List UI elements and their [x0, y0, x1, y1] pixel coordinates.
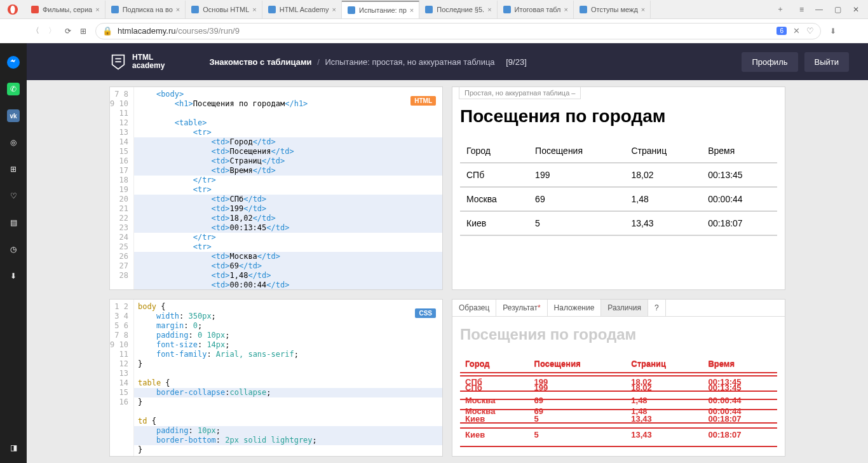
- profile-button[interactable]: Профиль: [742, 52, 797, 72]
- tab-close-icon[interactable]: ×: [564, 6, 568, 13]
- tab-favicon: [503, 5, 512, 14]
- svg-rect-8: [503, 6, 511, 13]
- table-row: Москва691,4800:00:44: [460, 187, 777, 211]
- speed-dial-icon[interactable]: ⊞: [80, 27, 86, 36]
- tab-menu-icon[interactable]: ≡: [799, 5, 804, 14]
- vk-icon[interactable]: vk: [7, 109, 20, 122]
- svg-rect-6: [348, 6, 355, 14]
- html-badge: HTML: [410, 96, 436, 106]
- tab-close-icon[interactable]: ×: [410, 6, 414, 14]
- preview-panel: Простая, но аккуратная таблица – Посещен…: [452, 86, 785, 290]
- compare-tab[interactable]: Результат*: [496, 300, 547, 316]
- table-row: Москва691,4800:00:44: [460, 399, 777, 423]
- compare-tab[interactable]: Образец: [452, 300, 496, 316]
- breadcrumb: Знакомство с таблицами / Испытание: прос…: [209, 57, 526, 67]
- tab-close-icon[interactable]: ×: [252, 6, 256, 13]
- tab-close-icon[interactable]: ×: [176, 6, 180, 13]
- html-code[interactable]: <body> <h1>Посещения по городам</h1> <ta…: [134, 87, 442, 289]
- tab-favicon: [579, 5, 588, 14]
- table-row: СПб19918,0200:13:45: [460, 163, 777, 187]
- workspace: 7 8 9 10 11 12 13 14 15 16 17 18 19 20 2…: [27, 80, 868, 463]
- tab-label: Фильмы, сериа: [43, 6, 92, 13]
- minimize-icon[interactable]: ―: [815, 5, 823, 14]
- new-tab-button[interactable]: ＋: [770, 4, 790, 15]
- tab-label: Итоговая табл: [515, 6, 561, 13]
- browser-tab[interactable]: Итоговая табл×: [498, 1, 574, 18]
- compare-tab[interactable]: Наложение: [548, 300, 602, 316]
- news-sidebar-icon[interactable]: ▤: [7, 216, 20, 229]
- browser-tab[interactable]: Основы HTML×: [186, 1, 262, 18]
- speed-dial-sidebar-icon[interactable]: ⊞: [7, 163, 20, 176]
- opera-sidebar: ✆ vk ◎ ⊞ ♡ ▤ ◷ ⬇ ◨: [0, 43, 27, 463]
- blocked-count-badge[interactable]: 6: [776, 27, 787, 35]
- close-window-icon[interactable]: ✕: [853, 5, 859, 14]
- logout-button[interactable]: Выйти: [804, 52, 850, 72]
- svg-rect-4: [191, 6, 199, 13]
- tab-favicon: [111, 5, 119, 14]
- comparison-panel: ОбразецРезультат*НаложениеРазличия? Посе…: [452, 299, 785, 457]
- html-editor[interactable]: 7 8 9 10 11 12 13 14 15 16 17 18 19 20 2…: [109, 86, 443, 290]
- compare-help[interactable]: ?: [648, 300, 666, 316]
- preview-table: ГородПосещенияСтраницВремя СПб19918,0200…: [460, 139, 777, 236]
- tab-label: Отступы межд: [591, 6, 638, 13]
- html-gutter: 7 8 9 10 11 12 13 14 15 16 17 18 19 20 2…: [110, 87, 134, 289]
- browser-tab[interactable]: Фильмы, сериа×: [25, 1, 105, 18]
- downloads-sidebar-icon[interactable]: ⬇: [7, 270, 20, 282]
- address-bar: 〈 〉 ⟳ ⊞ 🔒 htmlacademy.ru/courses/39/run/…: [0, 19, 868, 43]
- whatsapp-icon[interactable]: ✆: [7, 83, 20, 95]
- table-header-cell: Время: [702, 139, 777, 163]
- url-input[interactable]: 🔒 htmlacademy.ru/courses/39/run/9 6 ✕ ♡: [95, 23, 821, 39]
- table-row: СПб19918,0200:13:45: [460, 376, 777, 399]
- browser-tab[interactable]: Испытание: пр×: [342, 1, 419, 18]
- download-icon[interactable]: ⬇: [830, 27, 836, 36]
- tab-favicon: [31, 5, 39, 14]
- table-header-cell: Страниц: [625, 139, 702, 163]
- bookmarks-sidebar-icon[interactable]: ♡: [7, 190, 20, 202]
- app-header: HTMLacademy Знакомство с таблицами / Исп…: [27, 43, 868, 80]
- maximize-icon[interactable]: ▢: [834, 5, 841, 14]
- compare-tab[interactable]: Различия: [601, 300, 648, 316]
- tab-close-icon[interactable]: ×: [332, 6, 336, 13]
- lesson-name: Испытание: простая, но аккуратная таблиц…: [325, 57, 494, 67]
- tab-close-icon[interactable]: ×: [95, 6, 99, 13]
- table-row: Киев513,4300:18:07: [460, 211, 777, 235]
- lock-icon: 🔒: [102, 26, 112, 36]
- browser-tabs-bar: Фильмы, сериа×Подписка на во×Основы HTML…: [0, 0, 868, 19]
- close-suggest-icon[interactable]: ✕: [793, 26, 800, 36]
- snapshot-icon[interactable]: ◎: [7, 136, 20, 149]
- css-badge: CSS: [415, 308, 436, 318]
- tab-favicon: [268, 5, 276, 14]
- course-name[interactable]: Знакомство с таблицами: [209, 57, 311, 67]
- comparison-tabs: ОбразецРезультат*НаложениеРазличия?: [452, 300, 785, 317]
- bookmark-icon[interactable]: ♡: [806, 26, 814, 36]
- opera-logo[interactable]: [0, 0, 25, 19]
- result-overlay-table: ГородПосещенияСтраницВремя СПб19918,0200…: [460, 353, 777, 447]
- svg-rect-2: [31, 6, 39, 13]
- tab-favicon: [424, 5, 433, 14]
- tab-label: Основы HTML: [203, 6, 249, 13]
- svg-rect-3: [111, 6, 119, 13]
- preview-tab-label[interactable]: Простая, но аккуратная таблица –: [459, 87, 581, 99]
- tab-favicon: [347, 6, 356, 15]
- tab-close-icon[interactable]: ×: [487, 6, 491, 13]
- tab-label: HTML Academy: [280, 6, 329, 13]
- css-code[interactable]: body { width: 350px; margin: 0; padding:…: [134, 300, 442, 456]
- css-editor[interactable]: 1 2 3 4 5 6 7 8 9 10 11 12 13 14 15 16 b…: [109, 299, 443, 457]
- history-sidebar-icon[interactable]: ◷: [7, 243, 20, 256]
- htmlacademy-logo[interactable]: HTMLacademy: [109, 53, 165, 71]
- sidebar-toggle-icon[interactable]: ◨: [7, 441, 20, 454]
- url-path: /courses/39/run/9: [176, 26, 240, 36]
- browser-tab[interactable]: Последние §5.×: [419, 1, 497, 18]
- back-button[interactable]: 〈: [32, 25, 39, 36]
- css-gutter: 1 2 3 4 5 6 7 8 9 10 11 12 13 14 15 16: [110, 300, 134, 456]
- comparison-title: Посещения по городам: [460, 326, 777, 343]
- url-host: htmlacademy.ru: [118, 26, 176, 36]
- tab-label: Последние §5.: [437, 6, 484, 13]
- tab-close-icon[interactable]: ×: [641, 6, 645, 13]
- browser-tab[interactable]: Подписка на во×: [105, 1, 186, 18]
- browser-tab[interactable]: HTML Academy×: [262, 1, 342, 18]
- reload-button[interactable]: ⟳: [65, 27, 71, 36]
- messenger-icon[interactable]: [7, 56, 20, 69]
- browser-tab[interactable]: Отступы межд×: [574, 1, 651, 18]
- forward-button[interactable]: 〉: [48, 25, 56, 36]
